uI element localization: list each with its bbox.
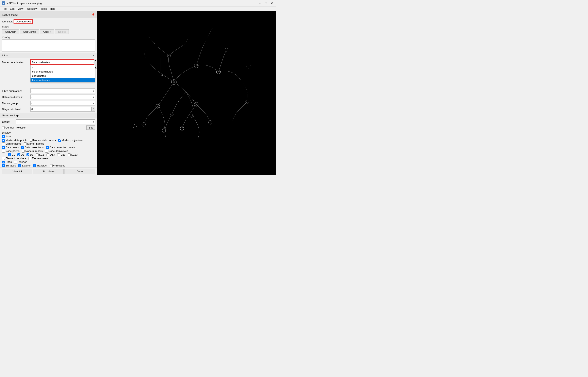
set-button[interactable]: Set: [86, 126, 95, 130]
menu-file[interactable]: File: [1, 7, 8, 11]
control-panel-title: Control Panel: [2, 13, 18, 16]
element-axes-checkbox[interactable]: [28, 157, 31, 160]
dropdown-option-flat[interactable]: flat coordinates: [31, 78, 95, 82]
view-all-button[interactable]: View All: [2, 169, 32, 174]
diagnostic-level-input[interactable]: [31, 107, 91, 111]
scroll-up-button[interactable]: ▲: [94, 59, 97, 62]
dropdown-option-empty[interactable]: -: [31, 65, 95, 70]
data-points-checkbox[interactable]: [2, 146, 5, 149]
surfaces-checkbox[interactable]: [2, 164, 5, 167]
lines-exterior-checkbox[interactable]: [14, 161, 17, 164]
d1-checkbox[interactable]: [8, 153, 11, 156]
menu-edit[interactable]: Edit: [8, 7, 16, 11]
marker-data-names-checkbox[interactable]: [30, 139, 33, 142]
data-projection-points-item: Data projection points: [46, 146, 75, 149]
central-projection-checkbox[interactable]: [2, 126, 5, 129]
model-coordinates-select[interactable]: - colon coordinates coordinates flat coo…: [31, 60, 94, 65]
app-icon: M: [2, 1, 5, 5]
add-fit-button[interactable]: Add Fit: [40, 29, 54, 34]
d23-item: D23: [57, 153, 65, 156]
identifier-row: Identifier: GeometricFit: [0, 18, 97, 25]
menu-workflow[interactable]: Workflow: [25, 7, 39, 11]
axes-checkbox[interactable]: [2, 135, 5, 138]
group-select[interactable]: -: [16, 119, 95, 124]
marker-names-checkbox[interactable]: [24, 142, 27, 145]
axes-checkbox-item: Axes: [2, 135, 11, 138]
element-axes-item: Element axes: [28, 157, 48, 160]
diagnostic-up-button[interactable]: ▲: [92, 107, 95, 109]
node-derivatives-item: Node derivatives: [45, 150, 68, 153]
marker-group-select[interactable]: -: [30, 101, 95, 106]
d13-checkbox[interactable]: [47, 153, 49, 156]
central-projection-row: Central Projection Set: [0, 125, 97, 130]
viewport[interactable]: 0.0: [97, 11, 276, 175]
svg-point-17: [248, 69, 249, 69]
node-numbers-label: Node numbers: [25, 150, 42, 153]
std-views-button[interactable]: Std. Views: [33, 169, 63, 174]
done-button[interactable]: Done: [64, 169, 95, 174]
group-settings-label: Group settings: [2, 114, 19, 117]
data-projections-checkbox[interactable]: [21, 146, 24, 149]
data-points-item: Data points: [2, 146, 19, 149]
display-section: Display: Axes Marker data points: [0, 130, 97, 167]
marker-group-row: Marker group: - ▼: [0, 100, 97, 106]
delete-button[interactable]: Delete: [55, 29, 69, 34]
display-row-5: Node points Node numbers Node derivative…: [2, 150, 95, 153]
menu-help[interactable]: Help: [48, 7, 57, 11]
marker-data-points-checkbox[interactable]: [2, 139, 5, 142]
d12-label: D12: [39, 153, 44, 156]
add-config-button[interactable]: Add Config: [20, 29, 39, 34]
d3-checkbox[interactable]: [26, 153, 29, 156]
minimize-button[interactable]: −: [257, 1, 263, 5]
d23-label: D23: [61, 153, 65, 156]
svg-point-21: [133, 127, 134, 128]
marker-group-label: Marker group:: [2, 102, 30, 105]
marker-data-points-item: Marker data points: [2, 139, 27, 142]
data-coordinates-select[interactable]: -: [30, 94, 95, 99]
data-projection-points-label: Data projection points: [50, 146, 75, 149]
wireframe-checkbox[interactable]: [50, 164, 53, 167]
add-align-button[interactable]: Add Align: [2, 29, 19, 34]
d2-checkbox[interactable]: [17, 153, 20, 156]
marker-points-label: Marker points: [5, 142, 21, 145]
surfaces-label: Surfaces: [5, 164, 16, 167]
svg-text:0.0: 0.0: [161, 74, 163, 76]
close-button[interactable]: ✕: [269, 1, 275, 5]
marker-projections-checkbox[interactable]: [58, 139, 61, 142]
d123-checkbox[interactable]: [68, 153, 71, 156]
data-projections-item: Data projections: [21, 146, 44, 149]
d2-label: D2: [21, 153, 24, 156]
form-scroll[interactable]: Initial ▲ Model coordinates: - colon coo…: [0, 53, 97, 167]
maximize-button[interactable]: ☐: [263, 1, 269, 5]
lines-item: Lines: [2, 160, 12, 164]
node-derivatives-checkbox[interactable]: [45, 150, 48, 153]
initial-collapse-arrow[interactable]: ▲: [92, 54, 95, 57]
transluc-checkbox[interactable]: [33, 164, 36, 167]
dropdown-option-colon[interactable]: colon coordinates: [31, 70, 95, 74]
panel-pin-button[interactable]: 📌: [91, 12, 95, 17]
menu-view[interactable]: View: [16, 7, 25, 11]
node-points-checkbox[interactable]: [2, 150, 5, 153]
node-points-label: Node points: [5, 150, 19, 153]
diagnostic-level-label: Diagnostic level:: [2, 108, 30, 111]
group-control: - ▼: [16, 119, 95, 124]
fibre-orientation-select[interactable]: -: [30, 88, 95, 93]
surfaces-exterior-checkbox[interactable]: [18, 164, 21, 167]
marker-points-checkbox[interactable]: [2, 142, 5, 145]
data-projection-points-checkbox[interactable]: [46, 146, 49, 149]
identifier-label: Identifier:: [2, 20, 13, 23]
d12-checkbox[interactable]: [36, 153, 39, 156]
axes-label: Axes: [5, 135, 11, 138]
element-axes-label: Element axes: [32, 157, 48, 160]
display-row-3: Marker points Marker names: [2, 142, 95, 145]
lines-checkbox[interactable]: [2, 161, 5, 164]
dropdown-option-coordinates[interactable]: coordinates: [31, 74, 95, 78]
d23-checkbox[interactable]: [57, 153, 60, 156]
menu-tools[interactable]: Tools: [39, 7, 48, 11]
diagnostic-down-button[interactable]: ▼: [92, 109, 95, 112]
display-row-6: D1 D2 D3 D12: [2, 153, 95, 156]
diagnostic-level-control: ▲ ▼: [30, 107, 95, 112]
config-textarea[interactable]: [2, 39, 95, 51]
element-numbers-checkbox[interactable]: [2, 157, 5, 160]
node-numbers-checkbox[interactable]: [22, 150, 25, 153]
